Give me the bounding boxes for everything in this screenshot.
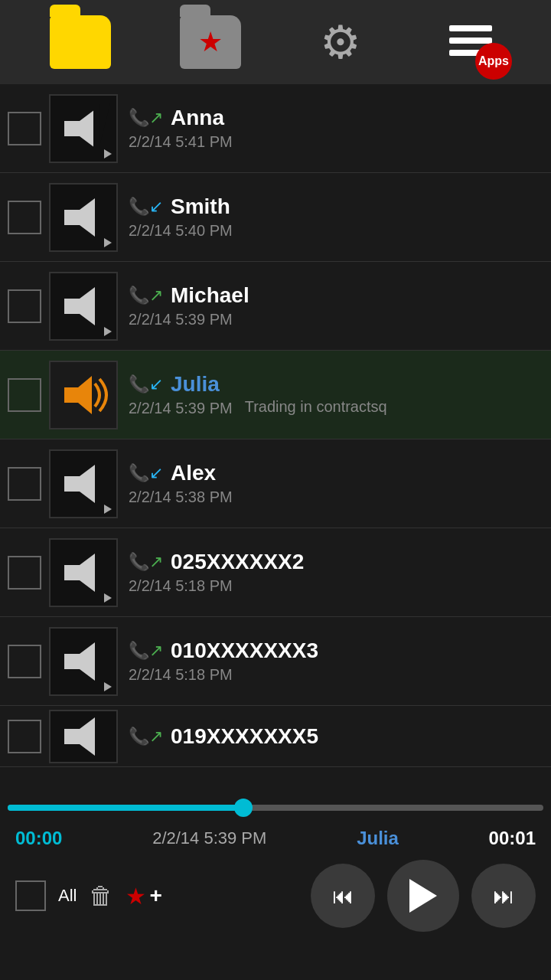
call-note-julia: Trading in contractsq [245, 398, 387, 416]
call-name-julia: Julia [171, 372, 220, 397]
checkbox-019[interactable] [8, 720, 41, 753]
speaker-icon-alex [57, 457, 110, 511]
skip-forward-icon: ⏭ [493, 884, 514, 909]
time-total: 00:01 [489, 828, 536, 849]
call-info-michael: 📞↗ Michael 2/2/14 5:39 PM [129, 283, 543, 328]
play-icon [409, 879, 437, 913]
progress-track[interactable] [8, 805, 543, 811]
call-item-alex[interactable]: 📞↙ Alex 2/2/14 5:38 PM [0, 439, 551, 528]
call-item-anna[interactable]: 📞↗ Anna 2/2/14 5:41 PM [0, 84, 551, 173]
phone-outgoing-icon-010: 📞↗ [129, 641, 163, 661]
speaker-thumb-alex[interactable] [49, 449, 118, 518]
speaker-icon-julia [57, 368, 110, 422]
call-list: 📞↗ Anna 2/2/14 5:41 PM 📞↙ Smith 2/2/14 5… [0, 84, 551, 796]
apps-button[interactable]: Apps [432, 8, 509, 77]
call-info-anna: 📞↗ Anna 2/2/14 5:41 PM [129, 106, 543, 151]
speaker-thumb-michael[interactable] [49, 272, 118, 341]
call-direction-025: 📞↗ 025XXXXXX2 [129, 550, 543, 574]
svg-marker-3 [64, 198, 95, 237]
checkbox-anna[interactable] [8, 112, 41, 145]
call-direction-smith: 📞↙ Smith [129, 194, 543, 219]
speaker-thumb-010[interactable] [49, 627, 118, 696]
folder-icon [50, 15, 111, 69]
call-info-julia: 📞↙ Julia 2/2/14 5:39 PM Trading in contr… [129, 372, 543, 417]
call-info-010: 📞↗ 010XXXXXXX3 2/2/14 5:18 PM [129, 639, 543, 684]
progress-fill [8, 805, 243, 811]
next-button[interactable]: ⏭ [471, 864, 536, 928]
checkbox-025[interactable] [8, 556, 41, 590]
call-info-025: 📞↗ 025XXXXXX2 2/2/14 5:18 PM [129, 550, 543, 595]
call-item-julia[interactable]: 📞↙ Julia 2/2/14 5:39 PM Trading in contr… [0, 351, 551, 439]
play-button[interactable] [387, 860, 459, 932]
speaker-thumb-025[interactable] [49, 538, 118, 607]
speaker-thumb-smith[interactable] [49, 183, 118, 252]
ctrl-right: ⏮ ⏭ [311, 860, 536, 932]
call-item-michael[interactable]: 📞↗ Michael 2/2/14 5:39 PM [0, 262, 551, 351]
folder-button[interactable] [42, 8, 119, 77]
star-plus-button[interactable]: ★ + [126, 883, 161, 910]
svg-marker-8 [64, 642, 95, 681]
play-indicator-michael [104, 327, 112, 336]
call-name-anna: Anna [171, 106, 224, 130]
starred-folder-button[interactable]: ★ [172, 8, 249, 77]
star-icon: ★ [198, 26, 223, 58]
svg-marker-4 [64, 287, 95, 325]
speaker-thumb-019[interactable] [49, 710, 118, 763]
speaker-icon-michael [57, 279, 110, 333]
call-item-019[interactable]: 📞↗ 019XXXXXXX5 [0, 706, 551, 767]
speaker-thumb-anna[interactable] [49, 94, 118, 163]
toolbar: ★ ⚙ Apps [0, 0, 551, 84]
player-date: 2/2/14 5:39 PM [152, 828, 266, 848]
checkbox-julia[interactable] [8, 378, 41, 412]
call-direction-010: 📞↗ 010XXXXXXX3 [129, 639, 543, 663]
select-all-checkbox[interactable] [15, 880, 46, 911]
speaker-thumb-julia[interactable] [49, 361, 118, 430]
call-direction-julia: 📞↙ Julia [129, 372, 543, 397]
settings-button[interactable]: ⚙ [302, 8, 379, 77]
phone-outgoing-icon-025: 📞↗ [129, 552, 163, 572]
play-indicator-alex [104, 505, 112, 514]
call-meta-julia: 2/2/14 5:39 PM [129, 400, 233, 417]
call-meta-anna: 2/2/14 5:41 PM [129, 133, 543, 151]
call-name-michael: Michael [171, 283, 249, 308]
trash-button[interactable]: 🗑 [89, 882, 113, 910]
call-direction-alex: 📞↙ Alex [129, 461, 543, 485]
call-name-010: 010XXXXXXX3 [171, 639, 318, 663]
speaker-icon-smith [57, 191, 110, 244]
gear-icon: ⚙ [320, 15, 361, 69]
prev-button[interactable]: ⏮ [311, 864, 375, 928]
svg-marker-0 [64, 109, 95, 148]
star-icon: ★ [126, 883, 146, 910]
speaker-icon-025 [57, 546, 110, 599]
call-name-019: 019XXXXXXX5 [171, 724, 318, 749]
svg-marker-9 [64, 717, 95, 756]
speaker-icon-010 [57, 635, 110, 688]
call-info-alex: 📞↙ Alex 2/2/14 5:38 PM [129, 461, 543, 506]
call-name-025: 025XXXXXX2 [171, 550, 304, 574]
call-item-025[interactable]: 📞↗ 025XXXXXX2 2/2/14 5:18 PM [0, 528, 551, 617]
checkbox-010[interactable] [8, 645, 41, 678]
phone-outgoing-icon-michael: 📞↗ [129, 286, 163, 305]
checkbox-michael[interactable] [8, 289, 41, 323]
call-direction-michael: 📞↗ Michael [129, 283, 543, 308]
progress-bar-container[interactable] [0, 796, 551, 819]
phone-incoming-icon-alex: 📞↙ [129, 463, 163, 483]
call-item-010[interactable]: 📞↗ 010XXXXXXX3 2/2/14 5:18 PM [0, 617, 551, 706]
checkbox-alex[interactable] [8, 467, 41, 501]
phone-incoming-icon: 📞↙ [129, 197, 163, 217]
checkbox-smith[interactable] [8, 201, 41, 234]
call-item-smith[interactable]: 📞↙ Smith 2/2/14 5:40 PM [0, 173, 551, 262]
ctrl-left: All 🗑 ★ + [15, 880, 162, 911]
call-meta-025: 2/2/14 5:18 PM [129, 577, 543, 595]
play-indicator-smith [104, 238, 112, 247]
play-indicator-010 [104, 682, 112, 691]
skip-back-icon: ⏮ [332, 884, 354, 909]
progress-thumb[interactable] [234, 799, 253, 817]
call-meta-010: 2/2/14 5:18 PM [129, 666, 543, 684]
call-name-alex: Alex [171, 461, 216, 485]
time-current: 00:00 [15, 828, 62, 849]
speaker-icon-019 [57, 710, 110, 763]
bottom-controls: All 🗑 ★ + ⏮ ⏭ [0, 858, 551, 934]
play-indicator [104, 149, 112, 158]
apps-badge: Apps [475, 43, 512, 80]
